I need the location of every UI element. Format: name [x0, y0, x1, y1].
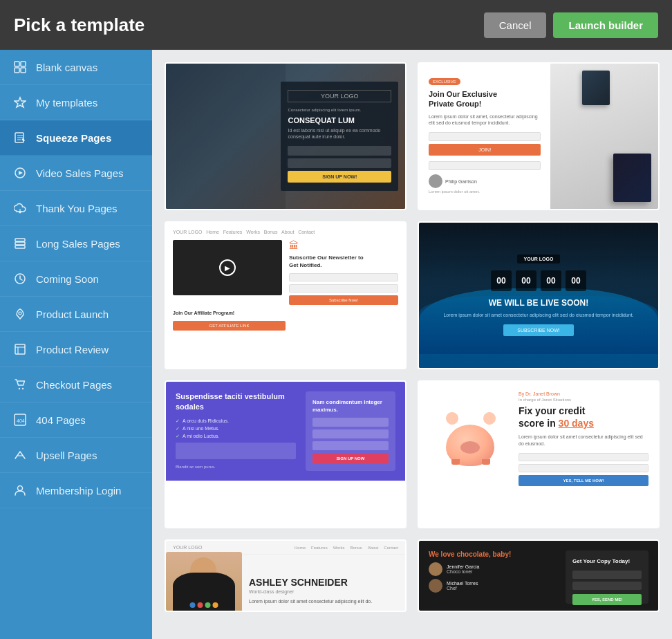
clock-icon	[12, 271, 28, 286]
template-preview-dark-squeeze: YOUR LOGO Consectetur adipiscing elit lo…	[166, 64, 405, 209]
sidebar-item-label: Squeeze Pages	[36, 132, 111, 144]
template-preview-private-group: EXCLUSIVE Join Our ExclusivePrivate Grou…	[419, 64, 658, 209]
template-preview-affiliate: YOUR LOGO Home Features Works Bonus Abou…	[166, 223, 405, 368]
template-card-credit-score[interactable]: By Dr. Janet Brown In charge of Janet Si…	[418, 380, 660, 528]
template-card-coming-soon-dark[interactable]: YOUR LOGO 00 00 00 00 WE WILL BE LIVE SO…	[418, 221, 660, 369]
sidebar-item-my-templates[interactable]: My templates	[0, 85, 152, 120]
template-card-affiliate[interactable]: YOUR LOGO Home Features Works Bonus Abou…	[165, 221, 407, 369]
template-preview-person-photo: YOUR LOGO Home Features Works Bonus Abou…	[166, 541, 405, 612]
sidebar-item-label: Upsell Pages	[36, 450, 97, 461]
template-preview-credit-score: By Dr. Janet Brown In charge of Janet Si…	[419, 382, 658, 527]
sidebar-item-long-sales-pages[interactable]: Long Sales Pages	[0, 226, 152, 261]
launch-builder-button[interactable]: Launch builder	[553, 12, 658, 38]
sidebar-item-thank-you-pages[interactable]: Thank You Pages	[0, 191, 152, 226]
edit-icon	[12, 130, 28, 145]
sidebar-item-label: Thank You Pages	[36, 203, 118, 214]
header-buttons: Cancel Launch builder	[484, 12, 658, 38]
star-icon	[12, 95, 28, 110]
templates-grid: YOUR LOGO Consectetur adipiscing elit lo…	[165, 62, 660, 612]
sidebar-item-label: My templates	[36, 97, 97, 109]
template-preview-purple-squeeze: Suspendisse taciti vestibulum sodales A …	[166, 382, 405, 527]
template-card-private-group[interactable]: EXCLUSIVE Join Our ExclusivePrivate Grou…	[418, 62, 660, 210]
grid-icon	[12, 59, 28, 75]
template-card-chocolate[interactable]: We love chocolate, baby! Jennifer Garcia…	[418, 539, 660, 612]
template-preview-chocolate: We love chocolate, baby! Jennifer Garcia…	[419, 541, 658, 612]
sidebar-item-label: Membership Login	[36, 485, 121, 497]
cancel-button[interactable]: Cancel	[484, 12, 547, 38]
svg-rect-1	[21, 62, 26, 66]
svg-rect-8	[15, 239, 25, 241]
sidebar-item-upsell-pages[interactable]: Upsell Pages	[0, 438, 152, 473]
sidebar-item-squeeze-pages[interactable]: Squeeze Pages	[0, 120, 152, 156]
sidebar-item-label: Blank canvas	[36, 62, 97, 73]
rocket-icon	[12, 306, 28, 322]
templates-content: YOUR LOGO Consectetur adipiscing elit lo…	[152, 50, 672, 639]
cloud-icon	[12, 201, 28, 216]
template-card-dark-squeeze[interactable]: YOUR LOGO Consectetur adipiscing elit lo…	[165, 62, 407, 210]
svg-point-14	[19, 388, 20, 389]
template-preview-coming-soon-dark: YOUR LOGO 00 00 00 00 WE WILL BE LIVE SO…	[419, 223, 658, 368]
sidebar-item-product-review[interactable]: Product Review	[0, 332, 152, 367]
sidebar-item-blank-canvas[interactable]: Blank canvas	[0, 50, 152, 85]
template-card-person-photo[interactable]: YOUR LOGO Home Features Works Bonus Abou…	[165, 539, 407, 612]
error-icon: 404	[12, 412, 28, 427]
svg-rect-10	[15, 246, 25, 248]
layers-icon	[12, 236, 28, 251]
sidebar-item-label: Long Sales Pages	[36, 238, 120, 250]
upsell-icon	[12, 447, 28, 463]
sidebar-item-label: Product Review	[36, 344, 109, 355]
play-icon	[12, 165, 28, 180]
svg-rect-3	[21, 68, 26, 73]
template-card-purple-squeeze[interactable]: Suspendisse taciti vestibulum sodales A …	[165, 380, 407, 528]
svg-marker-4	[15, 98, 26, 107]
svg-point-12	[19, 312, 21, 315]
svg-rect-9	[15, 242, 25, 245]
sidebar-item-404-pages[interactable]: 404 404 Pages	[0, 402, 152, 438]
user-icon	[12, 483, 28, 498]
cart-icon	[12, 377, 28, 392]
sidebar-item-label: Video Sales Pages	[36, 167, 123, 179]
sidebar-item-checkout-pages[interactable]: Checkout Pages	[0, 367, 152, 402]
main-layout: Blank canvas My templates Squeeze Pages …	[0, 50, 672, 639]
sidebar-item-membership-login[interactable]: Membership Login	[0, 473, 152, 508]
header: Pick a template Cancel Launch builder	[0, 0, 672, 50]
sidebar-item-coming-soon[interactable]: Coming Soon	[0, 261, 152, 297]
svg-rect-13	[15, 344, 25, 354]
sidebar-item-label: Coming Soon	[36, 273, 99, 285]
svg-marker-7	[19, 171, 23, 175]
sidebar-item-label: Product Launch	[36, 308, 109, 320]
svg-rect-0	[15, 62, 19, 66]
svg-text:404: 404	[17, 418, 25, 423]
sidebar: Blank canvas My templates Squeeze Pages …	[0, 50, 152, 639]
sidebar-item-product-launch[interactable]: Product Launch	[0, 297, 152, 332]
sidebar-item-label: 404 Pages	[36, 414, 86, 426]
page-title: Pick a template	[14, 15, 144, 36]
sidebar-item-video-sales-pages[interactable]: Video Sales Pages	[0, 156, 152, 191]
table-icon	[12, 342, 28, 357]
svg-point-15	[22, 388, 24, 389]
svg-rect-2	[15, 68, 19, 73]
sidebar-item-label: Checkout Pages	[36, 379, 112, 391]
svg-point-18	[18, 486, 23, 491]
